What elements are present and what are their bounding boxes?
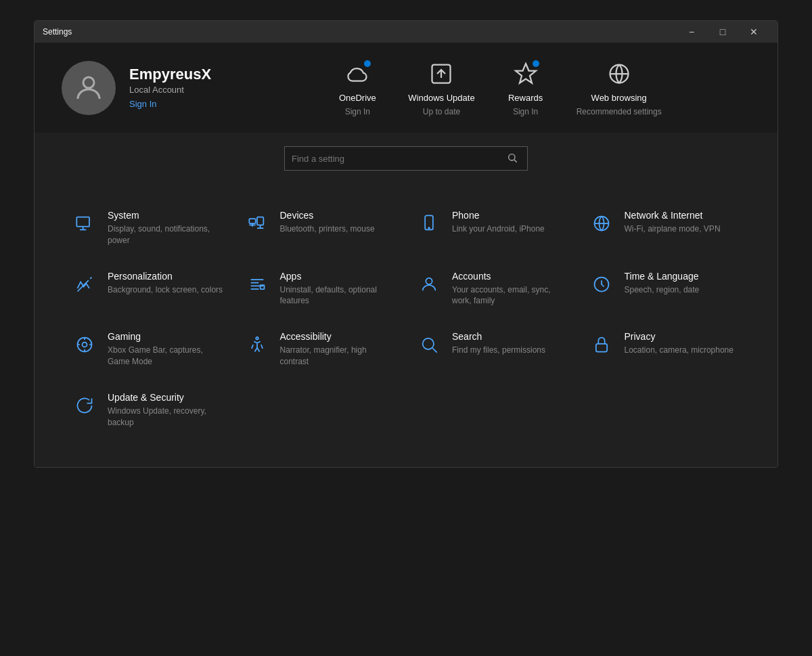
web-browsing-subtitle: Recommended settings [577, 107, 662, 116]
profile-header: EmpyreusX Local Account Sign In OneDrive… [35, 43, 777, 133]
onedrive-icon [342, 59, 372, 89]
web-browsing-title: Web browsing [591, 93, 647, 103]
time-language-name: Time & Language [625, 271, 700, 282]
setting-item-gaming[interactable]: Gaming Xbox Game Bar, captures, Game Mod… [62, 319, 234, 380]
titlebar: Settings − □ ✕ [35, 21, 777, 43]
time-language-desc: Speech, region, date [625, 284, 700, 296]
phone-icon [417, 211, 441, 236]
privacy-name: Privacy [625, 331, 734, 342]
time-language-icon [589, 272, 614, 297]
system-name: System [108, 210, 223, 221]
setting-item-network[interactable]: Network & Internet Wi-Fi, airplane mode,… [579, 198, 751, 259]
close-button[interactable]: ✕ [738, 21, 769, 43]
gaming-name: Gaming [108, 331, 223, 342]
phone-name: Phone [452, 210, 545, 221]
system-desc: Display, sound, notifications, power [108, 223, 223, 246]
setting-item-phone[interactable]: Phone Link your Android, iPhone [406, 198, 579, 259]
devices-icon [245, 211, 269, 236]
rewards-title: Rewards [508, 93, 543, 103]
setting-item-accounts[interactable]: Accounts Your accounts, email, sync, wor… [406, 259, 579, 320]
search-box [284, 146, 528, 171]
profile-info: EmpyreusX Local Account Sign In [62, 61, 211, 115]
apps-icon [245, 272, 269, 297]
svg-rect-7 [249, 219, 255, 223]
tile-windows-update[interactable]: Windows Update Up to date [408, 59, 474, 116]
setting-item-accessibility[interactable]: Accessibility Narrator, magnifier, high … [234, 319, 407, 380]
minimize-button[interactable]: − [676, 21, 707, 43]
avatar[interactable] [62, 61, 116, 115]
privacy-desc: Location, camera, microphone [625, 345, 734, 356]
setting-item-update-security[interactable]: Update & Security Windows Update, recove… [62, 380, 234, 441]
search-input[interactable] [292, 154, 504, 164]
profile-signin-link[interactable]: Sign In [129, 99, 156, 109]
personalization-icon [72, 272, 97, 297]
svg-rect-6 [76, 217, 89, 227]
setting-item-personalization[interactable]: Personalization Background, lock screen,… [62, 259, 234, 320]
svg-point-0 [83, 77, 94, 88]
accounts-icon [417, 272, 441, 297]
svg-point-4 [509, 154, 515, 160]
apps-name: Apps [280, 271, 396, 282]
devices-desc: Bluetooth, printers, mouse [280, 223, 375, 235]
svg-line-5 [514, 160, 517, 162]
svg-rect-8 [257, 217, 263, 225]
search-area [35, 133, 777, 191]
setting-item-apps[interactable]: Apps Uninstall, defaults, optional featu… [234, 259, 407, 320]
tile-rewards[interactable]: Rewards Sign In [495, 59, 556, 116]
update-security-desc: Windows Update, recovery, backup [108, 406, 223, 429]
svg-line-23 [432, 348, 436, 352]
update-security-name: Update & Security [108, 392, 223, 403]
settings-grid: System Display, sound, notifications, po… [35, 191, 777, 467]
profile-text: EmpyreusX Local Account Sign In [129, 66, 211, 110]
rewards-subtitle: Sign In [513, 107, 538, 116]
privacy-icon [589, 332, 614, 357]
setting-item-privacy[interactable]: Privacy Location, camera, microphone [579, 319, 751, 380]
accessibility-desc: Narrator, magnifier, high contrast [280, 345, 396, 368]
rewards-badge [533, 60, 539, 67]
windows-update-icon [426, 59, 456, 89]
maximize-button[interactable]: □ [707, 21, 738, 43]
svg-marker-2 [516, 64, 536, 83]
personalization-name: Personalization [108, 271, 223, 282]
setting-item-system[interactable]: System Display, sound, notifications, po… [62, 198, 234, 259]
window-controls: − □ ✕ [676, 21, 769, 43]
update-security-icon [72, 393, 97, 418]
search-setting-icon [417, 332, 441, 357]
devices-name: Devices [280, 210, 375, 221]
svg-point-22 [423, 338, 434, 349]
rewards-icon [511, 59, 541, 89]
svg-point-21 [256, 337, 258, 340]
profile-name: EmpyreusX [129, 66, 211, 83]
tile-web-browsing[interactable]: Web browsing Recommended settings [577, 59, 662, 116]
onedrive-title: OneDrive [339, 93, 376, 103]
accounts-desc: Your accounts, email, sync, work, family [452, 284, 568, 307]
web-browsing-icon [604, 59, 634, 89]
personalization-desc: Background, lock screen, colors [108, 284, 223, 296]
setting-item-search[interactable]: Search Find my files, permissions [406, 319, 579, 380]
search-button[interactable] [504, 152, 520, 165]
apps-desc: Uninstall, defaults, optional features [280, 284, 396, 307]
svg-rect-16 [260, 285, 264, 289]
svg-point-20 [83, 343, 87, 347]
setting-item-devices[interactable]: Devices Bluetooth, printers, mouse [234, 198, 407, 259]
profile-account-type: Local Account [129, 85, 211, 95]
window-title: Settings [43, 27, 676, 37]
accessibility-icon [245, 332, 269, 357]
network-name: Network & Internet [625, 210, 721, 221]
gaming-icon [72, 332, 97, 357]
search-setting-desc: Find my files, permissions [452, 345, 545, 356]
network-desc: Wi-Fi, airplane mode, VPN [625, 223, 721, 235]
system-icon [72, 211, 97, 236]
gaming-desc: Xbox Game Bar, captures, Game Mode [108, 345, 223, 368]
tile-onedrive[interactable]: OneDrive Sign In [327, 59, 388, 116]
svg-rect-24 [595, 344, 606, 352]
network-icon [589, 211, 614, 236]
onedrive-badge [364, 60, 371, 67]
accounts-name: Accounts [452, 271, 568, 282]
settings-window: Settings − □ ✕ EmpyreusX Local Account S… [34, 20, 778, 468]
header-tiles: OneDrive Sign In Windows Update Up to da… [238, 59, 750, 116]
windows-update-subtitle: Up to date [423, 107, 460, 116]
onedrive-subtitle: Sign In [345, 107, 370, 116]
setting-item-time-language[interactable]: Time & Language Speech, region, date [579, 259, 751, 320]
svg-point-17 [426, 278, 432, 284]
